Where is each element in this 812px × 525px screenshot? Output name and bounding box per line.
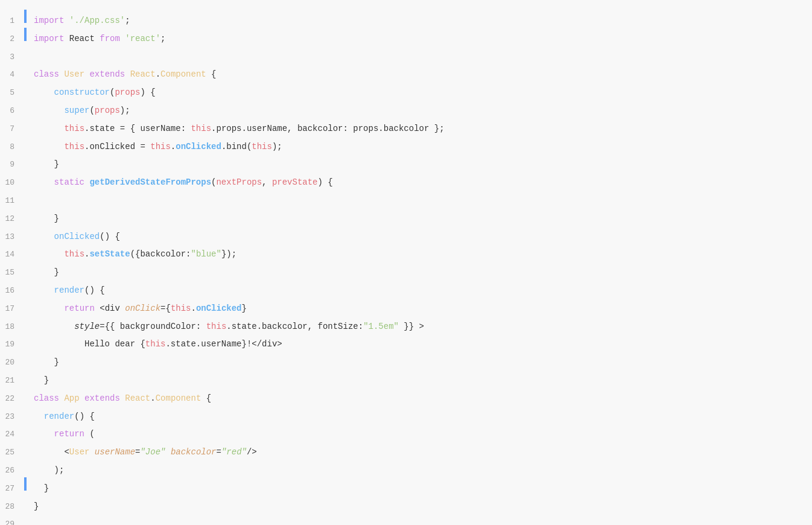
token-plain: . xyxy=(156,69,160,79)
code-line: 10 static getDerivedStateFromProps(nextP… xyxy=(0,171,812,189)
token-kw: extends xyxy=(84,393,125,403)
code-line: 29 xyxy=(0,513,812,525)
token-plain: . xyxy=(150,393,155,403)
token-jsx-attr-val: "Joe" xyxy=(140,447,165,457)
line-number: 1 xyxy=(0,15,24,28)
line-content: <User userName="Joe" backcolor="red"/> xyxy=(29,445,257,459)
line-indicator xyxy=(24,406,27,419)
code-line: 16 render() { xyxy=(0,279,812,298)
line-indicator xyxy=(24,208,27,221)
token-plain: ={{ backgroundColor: xyxy=(100,322,206,331)
line-indicator xyxy=(24,495,27,509)
token-plain: /> xyxy=(247,447,257,457)
token-plain: ( xyxy=(89,106,94,115)
line-number: 26 xyxy=(0,465,24,477)
line-content: Hello dear {this.state.userName}!</div> xyxy=(29,337,282,351)
code-line: 25 <User userName="Joe" backcolor="red"/… xyxy=(0,441,812,459)
line-number: 28 xyxy=(0,501,24,514)
code-line: 5 constructor(props) { xyxy=(0,81,812,100)
code-line: 26 ); xyxy=(0,459,812,477)
token-plain: } xyxy=(242,304,247,313)
token-kw: class xyxy=(34,393,64,403)
token-this-kw: this xyxy=(64,249,84,259)
token-kw: extends xyxy=(89,69,130,79)
code-line: 1import './App.css'; xyxy=(0,10,812,28)
token-plain: .props.userName, backcolor: props.backco… xyxy=(211,124,444,133)
token-plain xyxy=(34,177,54,187)
code-line: 4class User extends React.Component { xyxy=(0,63,812,81)
token-plain xyxy=(165,447,170,457)
line-content: return <div onClick={this.onClicked} xyxy=(29,302,247,315)
token-method: getDerivedStateFromProps xyxy=(89,177,211,187)
code-line: 12 } xyxy=(0,208,812,226)
token-plain: () { xyxy=(74,412,95,421)
token-plain xyxy=(34,142,64,151)
token-plain: = xyxy=(217,447,221,457)
token-this-kw: this xyxy=(145,339,166,349)
line-number: 25 xyxy=(0,447,24,459)
token-plain: } xyxy=(34,214,59,223)
token-import-kw: import xyxy=(34,34,69,43)
code-line: 8 this.onClicked = this.onClicked.bind(t… xyxy=(0,136,812,154)
line-content: style={{ backgroundColor: this.state.bac… xyxy=(29,320,424,333)
line-content: onClicked() { xyxy=(29,230,120,243)
line-content: } xyxy=(29,482,49,495)
token-plain: .bind( xyxy=(221,142,252,151)
token-param: nextProps xyxy=(216,177,262,187)
code-line: 2import React from 'react'; xyxy=(0,28,812,46)
line-content: } xyxy=(29,355,59,369)
code-line: 28} xyxy=(0,495,812,514)
line-content: class App extends React.Component { xyxy=(29,392,211,405)
token-plain xyxy=(34,232,54,241)
token-plain: () { xyxy=(84,285,105,295)
line-content: render() { xyxy=(29,284,105,297)
line-content: return ( xyxy=(29,427,95,441)
token-jsx-italic: style xyxy=(74,322,100,331)
line-content: } xyxy=(29,374,49,387)
line-indicator xyxy=(24,171,27,185)
line-number: 10 xyxy=(0,177,24,189)
token-this-kw: this xyxy=(171,304,191,313)
line-content: super(props); xyxy=(29,104,130,117)
token-plain: ) { xyxy=(140,88,155,97)
line-number: 27 xyxy=(0,483,24,495)
token-class-name: App xyxy=(64,393,84,403)
token-plain xyxy=(34,322,74,331)
line-indicator xyxy=(24,513,27,525)
token-plain: } xyxy=(34,267,59,277)
line-indicator xyxy=(24,441,27,454)
code-line: 27 } xyxy=(0,477,812,495)
line-indicator xyxy=(24,298,27,311)
line-indicator xyxy=(24,477,27,491)
token-plain: ) { xyxy=(318,177,333,187)
token-plain: { xyxy=(201,393,211,403)
line-indicator xyxy=(24,28,27,41)
code-line: 23 render() { xyxy=(0,406,812,424)
code-line: 14 this.setState({backcolor:"blue"}); xyxy=(0,243,812,261)
token-param: props xyxy=(95,106,120,115)
token-fn: constructor xyxy=(54,88,110,97)
token-plain: < xyxy=(64,447,69,457)
line-content: render() { xyxy=(29,410,95,423)
code-line: 22class App extends React.Component { xyxy=(0,387,812,406)
line-number: 24 xyxy=(0,428,24,441)
line-number: 18 xyxy=(0,321,24,334)
line-indicator xyxy=(24,118,27,131)
code-line: 13 onClicked() { xyxy=(0,226,812,244)
line-number: 13 xyxy=(0,231,24,244)
line-indicator xyxy=(24,153,27,167)
token-class-name: Component xyxy=(156,393,201,403)
line-content: this.state = { userName: this.props.user… xyxy=(29,122,445,135)
token-plain: } xyxy=(34,483,49,493)
token-plain: .state.backcolor, fontSize: xyxy=(226,322,363,331)
token-kw: return xyxy=(54,429,90,439)
line-content: this.setState({backcolor:"blue"}); xyxy=(29,247,236,261)
token-jsx-attr-name: onClick xyxy=(125,304,160,313)
line-number: 22 xyxy=(0,393,24,406)
token-plain: ; xyxy=(160,34,165,43)
code-line: 3 xyxy=(0,46,812,64)
token-plain xyxy=(34,285,54,295)
line-content: this.onClicked = this.onClicked.bind(thi… xyxy=(29,140,282,153)
line-number: 19 xyxy=(0,339,24,351)
token-plain: ); xyxy=(34,465,64,475)
